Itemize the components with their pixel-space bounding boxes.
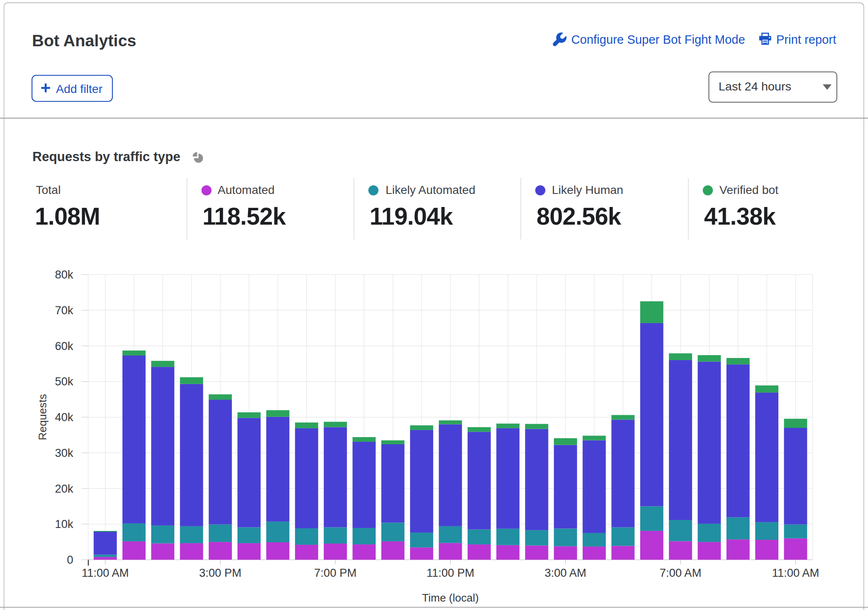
svg-text:11:00 PM: 11:00 PM bbox=[426, 567, 474, 579]
svg-text:Requests: Requests bbox=[36, 394, 49, 440]
svg-text:118.52k: 118.52k bbox=[202, 203, 286, 230]
svg-text:Time (local): Time (local) bbox=[422, 591, 479, 604]
svg-text:50k: 50k bbox=[55, 375, 73, 388]
svg-text:Last 24 hours: Last 24 hours bbox=[719, 80, 791, 93]
svg-text:Likely Human: Likely Human bbox=[552, 183, 623, 196]
svg-text:11:00 AM: 11:00 AM bbox=[772, 567, 819, 579]
svg-text:Verified bot: Verified bot bbox=[719, 183, 778, 196]
svg-text:Configure Super Bot Fight Mode: Configure Super Bot Fight Mode bbox=[571, 33, 745, 46]
svg-text:802.56k: 802.56k bbox=[537, 203, 622, 230]
svg-text:1.08M: 1.08M bbox=[35, 203, 100, 230]
svg-text:Likely Automated: Likely Automated bbox=[386, 183, 475, 196]
svg-text:Requests by traffic type: Requests by traffic type bbox=[32, 149, 180, 164]
svg-text:7:00 PM: 7:00 PM bbox=[314, 567, 357, 579]
svg-text:3:00 PM: 3:00 PM bbox=[199, 567, 242, 579]
svg-text:40k: 40k bbox=[55, 411, 73, 424]
svg-text:70k: 70k bbox=[55, 304, 73, 317]
svg-text:0: 0 bbox=[67, 554, 73, 566]
svg-text:Bot Analytics: Bot Analytics bbox=[32, 32, 136, 50]
svg-text:11:00 AM: 11:00 AM bbox=[82, 567, 129, 579]
svg-text:119.04k: 119.04k bbox=[370, 203, 453, 230]
svg-text:3:00 AM: 3:00 AM bbox=[545, 567, 586, 579]
svg-text:Add filter: Add filter bbox=[56, 82, 103, 95]
svg-text:41.38k: 41.38k bbox=[704, 203, 776, 230]
svg-text:Print report: Print report bbox=[776, 33, 836, 46]
svg-text:7:00 AM: 7:00 AM bbox=[660, 567, 701, 579]
svg-text:Automated: Automated bbox=[218, 183, 274, 196]
svg-text:30k: 30k bbox=[55, 447, 73, 459]
svg-text:60k: 60k bbox=[55, 340, 73, 353]
svg-text:80k: 80k bbox=[55, 268, 73, 281]
svg-text:10k: 10k bbox=[55, 518, 73, 530]
svg-text:Total: Total bbox=[36, 183, 61, 196]
svg-text:20k: 20k bbox=[55, 483, 73, 495]
